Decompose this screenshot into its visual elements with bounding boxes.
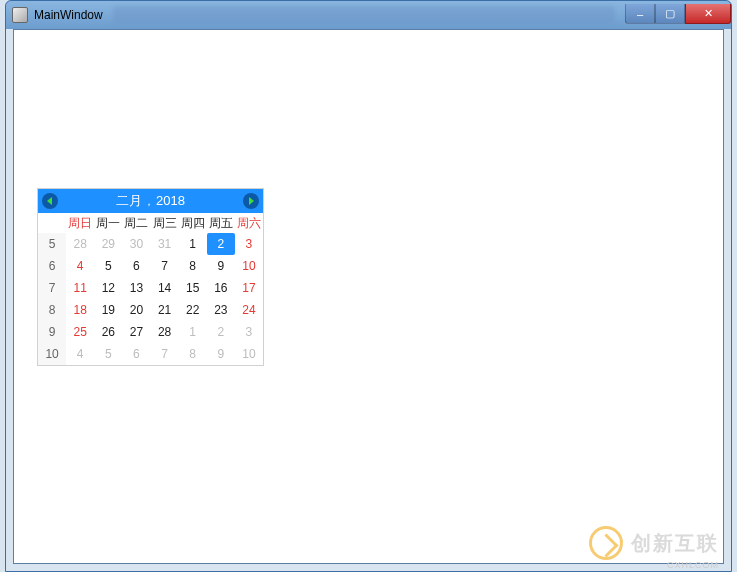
calendar-day[interactable]: 25 [66,321,94,343]
calendar-day[interactable]: 2 [207,233,235,255]
calendar-row: 1045678910 [38,343,263,365]
calendar-day[interactable]: 9 [207,255,235,277]
week-column-header [38,213,66,233]
calendar-day[interactable]: 13 [122,277,150,299]
calendar-day[interactable]: 28 [151,321,179,343]
calendar-day[interactable]: 28 [66,233,94,255]
calendar-day[interactable]: 10 [235,255,263,277]
dow-fri: 周五 [207,213,235,233]
title-blur [113,6,615,24]
calendar-widget: 二月，2018 周日 周一 周二 周三 周四 周五 周六 52829303112 [38,189,263,365]
calendar-day[interactable]: 17 [235,277,263,299]
calendar-grid: 周日 周一 周二 周三 周四 周五 周六 5282930311236456789… [38,213,263,365]
app-icon [12,7,28,23]
dow-mon: 周一 [94,213,122,233]
calendar-day[interactable]: 15 [179,277,207,299]
calendar-day[interactable]: 7 [151,255,179,277]
window-buttons: – ▢ ✕ [625,6,731,24]
week-number: 6 [38,255,66,277]
calendar-day[interactable]: 6 [122,255,150,277]
calendar-day[interactable]: 21 [151,299,179,321]
calendar-row: 925262728123 [38,321,263,343]
calendar-day[interactable]: 14 [151,277,179,299]
calendar-day[interactable]: 6 [122,343,150,365]
calendar-title[interactable]: 二月，2018 [116,192,185,210]
calendar-day[interactable]: 5 [94,343,122,365]
calendar-day[interactable]: 29 [94,233,122,255]
watermark-sub: CXHLCOM [667,560,719,570]
calendar-day[interactable]: 3 [235,233,263,255]
calendar-day[interactable]: 23 [207,299,235,321]
calendar-day[interactable]: 26 [94,321,122,343]
week-number: 10 [38,343,66,365]
calendar-day[interactable]: 24 [235,299,263,321]
calendar-day[interactable]: 1 [179,321,207,343]
calendar-day[interactable]: 27 [122,321,150,343]
week-number: 8 [38,299,66,321]
calendar-month: 二月 [116,193,142,208]
calendar-day[interactable]: 1 [179,233,207,255]
calendar-day[interactable]: 3 [235,321,263,343]
calendar-year: 2018 [156,193,185,208]
calendar-day[interactable]: 9 [207,343,235,365]
close-button[interactable]: ✕ [685,4,731,24]
calendar-day[interactable]: 19 [94,299,122,321]
calendar-row: 711121314151617 [38,277,263,299]
week-number: 9 [38,321,66,343]
calendar-day[interactable]: 12 [94,277,122,299]
calendar-day[interactable]: 7 [151,343,179,365]
calendar-day[interactable]: 18 [66,299,94,321]
dow-tue: 周二 [122,213,150,233]
calendar-day[interactable]: 20 [122,299,150,321]
dow-sun: 周日 [66,213,94,233]
dow-wed: 周三 [151,213,179,233]
calendar-day[interactable]: 22 [179,299,207,321]
chevron-right-icon [247,197,255,205]
calendar-day[interactable]: 16 [207,277,235,299]
chevron-left-icon [46,197,54,205]
week-number: 7 [38,277,66,299]
calendar-row: 528293031123 [38,233,263,255]
calendar-day[interactable]: 11 [66,277,94,299]
calendar-day[interactable]: 31 [151,233,179,255]
svg-marker-1 [249,197,254,205]
calendar-day[interactable]: 5 [94,255,122,277]
svg-marker-0 [47,197,52,205]
main-window: MainWindow – ▢ ✕ 二月，2018 [5,0,732,572]
maximize-button[interactable]: ▢ [655,4,685,24]
calendar-day[interactable]: 8 [179,343,207,365]
dow-sat: 周六 [235,213,263,233]
minimize-button[interactable]: – [625,4,655,24]
calendar-dow-row: 周日 周一 周二 周三 周四 周五 周六 [38,213,263,233]
window-title: MainWindow [34,8,103,22]
client-area: 二月，2018 周日 周一 周二 周三 周四 周五 周六 52829303112 [13,29,724,564]
calendar-day[interactable]: 10 [235,343,263,365]
title-left: MainWindow [12,7,103,23]
titlebar[interactable]: MainWindow – ▢ ✕ [6,1,731,29]
calendar-day[interactable]: 2 [207,321,235,343]
calendar-row: 645678910 [38,255,263,277]
calendar-day[interactable]: 30 [122,233,150,255]
calendar-row: 818192021222324 [38,299,263,321]
week-number: 5 [38,233,66,255]
prev-month-button[interactable] [42,193,58,209]
calendar-header: 二月，2018 [38,189,263,213]
calendar-day[interactable]: 4 [66,343,94,365]
next-month-button[interactable] [243,193,259,209]
dow-thu: 周四 [179,213,207,233]
calendar-day[interactable]: 4 [66,255,94,277]
calendar-day[interactable]: 8 [179,255,207,277]
spinner-icon: ， [144,196,154,207]
